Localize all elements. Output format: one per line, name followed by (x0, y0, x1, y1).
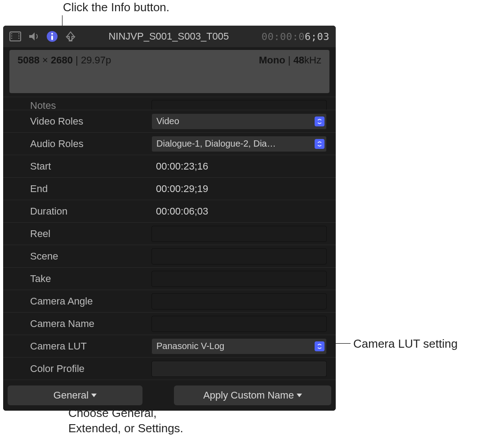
svg-rect-6 (18, 38, 19, 39)
chevron-down-icon (297, 394, 302, 397)
value-end: 00:00:29;19 (151, 181, 327, 197)
chevron-down-icon (315, 341, 324, 351)
inspector-toolbar: NINJVP_S001_S003_T005 00:00:06;03 (3, 26, 336, 47)
label-start: Start (8, 161, 151, 172)
info-tab-icon[interactable] (46, 31, 58, 42)
svg-point-8 (51, 33, 53, 35)
label-camera-lut: Camera LUT (8, 340, 151, 352)
label-reel: Reel (8, 228, 151, 240)
row-take: Take (3, 268, 336, 290)
row-end: End 00:00:29;19 (3, 178, 336, 200)
value-duration: 00:00:06;03 (151, 203, 327, 220)
row-color-profile: Color Profile (3, 358, 336, 380)
chevron-down-icon (91, 394, 97, 397)
row-audio-roles: Audio Roles Dialogue-1, Dialogue-2, Dia… (3, 133, 336, 155)
annotation-info: Click the Info button. (63, 0, 169, 15)
row-start: Start 00:00:23;16 (3, 155, 336, 178)
svg-rect-2 (11, 36, 12, 36)
metadata-grid: Notes Video Roles Video Audio Roles Dial… (3, 97, 336, 380)
format-summary: 5088 × 2680 | 29.97p Mono | 48kHz (9, 50, 329, 93)
row-video-roles: Video Roles Video (3, 110, 336, 133)
audio-tab-icon[interactable] (28, 31, 39, 41)
timecode-bright: 6;03 (305, 31, 329, 42)
select-camera-lut[interactable]: Panasonic V-Log (151, 338, 327, 354)
select-audio-roles[interactable]: Dialogue-1, Dialogue-2, Dia… (151, 136, 327, 152)
row-duration: Duration 00:00:06;03 (3, 200, 336, 223)
clip-timecode: 00:00:06;03 (262, 31, 329, 42)
inspector-footer: General Apply Custom Name (3, 380, 336, 411)
audio-format: Mono | 48kHz (259, 54, 321, 66)
row-scene: Scene (3, 245, 336, 268)
value-color-profile (151, 361, 327, 377)
label-notes: Notes (8, 100, 151, 110)
label-camera-name: Camera Name (8, 318, 151, 330)
chevron-down-icon (315, 139, 324, 149)
input-notes[interactable] (151, 100, 327, 110)
share-tab-icon[interactable] (65, 31, 76, 42)
video-format: 5088 × 2680 | 29.97p (18, 54, 111, 66)
label-scene: Scene (8, 251, 151, 262)
row-camera-angle: Camera Angle (3, 290, 336, 313)
input-scene[interactable] (151, 248, 327, 264)
metadata-view-menu[interactable]: General (8, 385, 142, 405)
row-camera-name: Camera Name (3, 313, 336, 335)
video-tab-icon[interactable] (9, 31, 21, 41)
label-take: Take (8, 273, 151, 285)
row-camera-lut: Camera LUT Panasonic V-Log (3, 335, 336, 358)
select-video-roles[interactable]: Video (151, 113, 327, 130)
label-video-roles: Video Roles (8, 116, 151, 127)
timecode-dim: 00:00:0 (262, 31, 305, 42)
input-reel[interactable] (151, 226, 327, 242)
svg-rect-4 (18, 33, 19, 34)
svg-rect-5 (18, 36, 19, 36)
apply-custom-name-menu[interactable]: Apply Custom Name (174, 385, 331, 405)
svg-rect-3 (11, 38, 12, 39)
input-camera-angle[interactable] (151, 293, 327, 309)
input-take[interactable] (151, 271, 327, 287)
chevron-down-icon (315, 116, 324, 126)
svg-rect-9 (51, 36, 53, 40)
label-audio-roles: Audio Roles (8, 138, 151, 150)
label-duration: Duration (8, 206, 151, 217)
annotation-lut: Camera LUT setting (353, 336, 458, 352)
label-color-profile: Color Profile (8, 363, 151, 375)
value-start: 00:00:23;16 (151, 158, 327, 175)
clip-title: NINJVP_S001_S003_T005 (83, 31, 254, 42)
label-end: End (8, 183, 151, 195)
label-camera-angle: Camera Angle (8, 296, 151, 307)
inspector-panel: NINJVP_S001_S003_T005 00:00:06;03 5088 ×… (3, 26, 336, 411)
input-camera-name[interactable] (151, 316, 327, 332)
svg-rect-1 (11, 33, 12, 34)
row-reel: Reel (3, 223, 336, 245)
row-notes: Notes (3, 97, 336, 110)
